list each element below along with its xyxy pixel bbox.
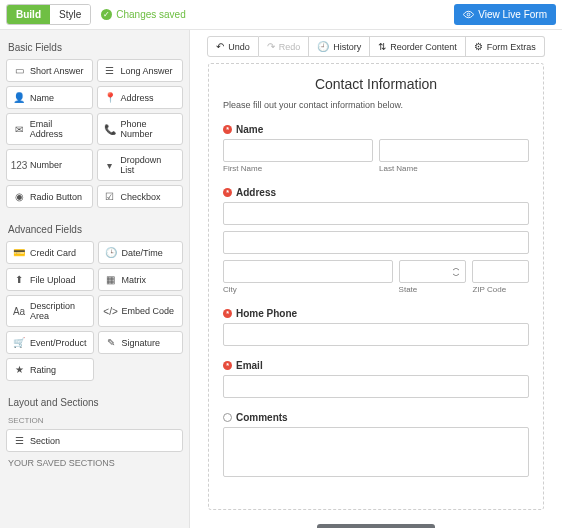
save-status-label: Changes saved	[116, 9, 186, 20]
event-product-field-button[interactable]: 🛒Event/Product	[6, 331, 94, 354]
embed-code-field-button[interactable]: </>Embed Code	[98, 295, 183, 327]
checkbox-icon: ☑	[104, 191, 116, 202]
submit-form-button[interactable]: Submit Form	[317, 524, 436, 528]
email-input[interactable]	[223, 375, 529, 398]
datetime-icon: 🕒	[105, 247, 117, 258]
name-field[interactable]: *Name First Name Last Name	[223, 124, 529, 173]
address-line2-input[interactable]	[223, 231, 529, 254]
form-title: Contact Information	[223, 76, 529, 92]
required-icon: *	[223, 125, 232, 134]
section-icon: ☰	[13, 435, 25, 446]
description-icon: Aa	[13, 306, 25, 317]
zip-input[interactable]	[472, 260, 529, 283]
matrix-field-button[interactable]: ▦Matrix	[98, 268, 183, 291]
date-time-field-button[interactable]: 🕒Date/Time	[98, 241, 183, 264]
fields-sidebar: Basic Fields ▭Short Answer☰Long Answer👤N…	[0, 30, 190, 528]
history-icon: 🕘	[317, 41, 329, 52]
address-line1-input[interactable]	[223, 202, 529, 225]
form-description: Please fill out your contact information…	[223, 100, 529, 110]
home-phone-field[interactable]: *Home Phone	[223, 308, 529, 346]
signature-icon: ✎	[105, 337, 117, 348]
phone-icon: 📞	[104, 124, 116, 135]
redo-icon: ↷	[267, 41, 275, 52]
matrix-icon: ▦	[105, 274, 117, 285]
credit-card-icon: 💳	[13, 247, 25, 258]
short-answer-field-button[interactable]: ▭Short Answer	[6, 59, 93, 82]
email-icon: ✉	[13, 124, 25, 135]
required-icon: *	[223, 361, 232, 370]
long-answer-field-button[interactable]: ☰Long Answer	[97, 59, 184, 82]
checkbox-field-button[interactable]: ☑Checkbox	[97, 185, 184, 208]
phone-number-field-button[interactable]: 📞Phone Number	[97, 113, 184, 145]
state-select[interactable]	[399, 260, 467, 283]
description-area-field-button[interactable]: AaDescription Area	[6, 295, 94, 327]
comments-textarea[interactable]	[223, 427, 529, 477]
name-field-button[interactable]: 👤Name	[6, 86, 93, 109]
gear-icon: ⚙	[474, 41, 483, 52]
radio-icon: ◉	[13, 191, 25, 202]
email-address-field-button[interactable]: ✉Email Address	[6, 113, 93, 145]
reorder-button[interactable]: ⇅Reorder Content	[370, 36, 466, 57]
form-toolbar: ↶Undo ↷Redo 🕘History ⇅Reorder Content ⚙F…	[190, 30, 562, 63]
last-name-input[interactable]	[379, 139, 529, 162]
basic-fields-heading: Basic Fields	[6, 38, 183, 59]
tab-build[interactable]: Build	[7, 5, 50, 24]
view-live-form-button[interactable]: View Live Form	[454, 4, 556, 25]
builder-tabs: Build Style	[6, 4, 91, 25]
required-icon: *	[223, 188, 232, 197]
credit-card-field-button[interactable]: 💳Credit Card	[6, 241, 94, 264]
required-icon: *	[223, 309, 232, 318]
city-input[interactable]	[223, 260, 393, 283]
section-label: SECTION	[6, 414, 183, 429]
comments-field[interactable]: Comments	[223, 412, 529, 479]
first-name-sublabel: First Name	[223, 164, 373, 173]
check-icon: ✓	[101, 9, 112, 20]
last-name-sublabel: Last Name	[379, 164, 529, 173]
undo-icon: ↶	[216, 41, 224, 52]
undo-button[interactable]: ↶Undo	[207, 36, 259, 57]
number-icon: 123	[13, 160, 25, 171]
address-field[interactable]: *Address City State ZIP Code	[223, 187, 529, 294]
embed-icon: </>	[105, 306, 117, 317]
tab-style[interactable]: Style	[50, 5, 90, 24]
eye-icon	[463, 9, 474, 20]
save-status: ✓ Changes saved	[101, 9, 186, 20]
dropdown-list-field-button[interactable]: ▾Dropdown List	[97, 149, 184, 181]
reorder-icon: ⇅	[378, 41, 386, 52]
saved-sections-heading: YOUR SAVED SECTIONS	[6, 452, 183, 474]
form-extras-button[interactable]: ⚙Form Extras	[466, 36, 545, 57]
file-upload-field-button[interactable]: ⬆File Upload	[6, 268, 94, 291]
number-field-button[interactable]: 123Number	[6, 149, 93, 181]
short-answer-icon: ▭	[13, 65, 25, 76]
event-icon: 🛒	[13, 337, 25, 348]
rating-icon: ★	[13, 364, 25, 375]
advanced-fields-heading: Advanced Fields	[6, 220, 183, 241]
upload-icon: ⬆	[13, 274, 25, 285]
redo-button[interactable]: ↷Redo	[259, 36, 310, 57]
email-field[interactable]: *Email	[223, 360, 529, 398]
history-button[interactable]: 🕘History	[309, 36, 370, 57]
long-answer-icon: ☰	[104, 65, 116, 76]
name-icon: 👤	[13, 92, 25, 103]
form-canvas[interactable]: Contact Information Please fill out your…	[208, 63, 544, 510]
radio-button-field-button[interactable]: ◉Radio Button	[6, 185, 93, 208]
first-name-input[interactable]	[223, 139, 373, 162]
optional-icon	[223, 413, 232, 422]
dropdown-icon: ▾	[104, 160, 116, 171]
signature-field-button[interactable]: ✎Signature	[98, 331, 183, 354]
home-phone-input[interactable]	[223, 323, 529, 346]
section-field-button[interactable]: ☰ Section	[6, 429, 183, 452]
address-field-button[interactable]: 📍Address	[97, 86, 184, 109]
svg-point-0	[467, 13, 470, 16]
rating-field-button[interactable]: ★Rating	[6, 358, 94, 381]
address-icon: 📍	[104, 92, 116, 103]
layout-heading: Layout and Sections	[6, 393, 183, 414]
